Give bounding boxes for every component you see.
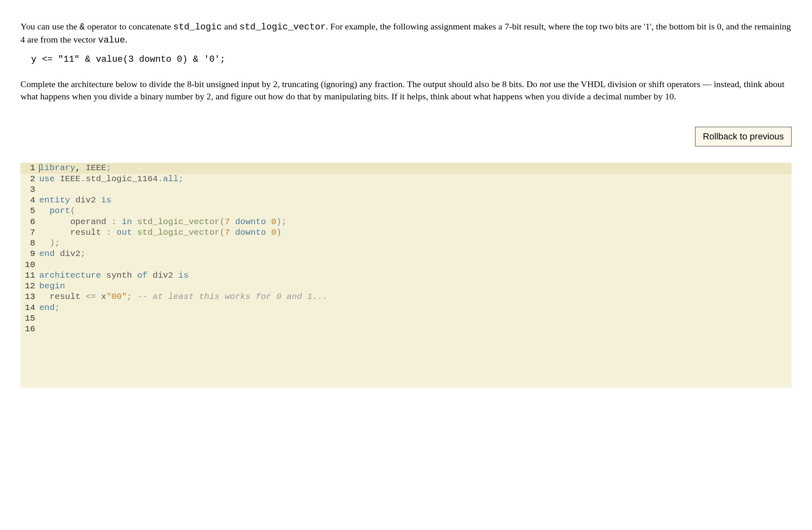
- code-line-content[interactable]: operand : in std_logic_vector(7 downto 0…: [39, 217, 792, 227]
- code-line-content[interactable]: library, IEEE;: [39, 163, 792, 173]
- line-number: 4: [20, 195, 39, 206]
- code-line-content[interactable]: end;: [39, 303, 792, 313]
- editor-line[interactable]: 7 result : out std_logic_vector(7 downto…: [20, 227, 792, 238]
- code-line-content[interactable]: port(: [39, 206, 792, 216]
- line-number: 14: [20, 303, 39, 313]
- inline-code: &: [79, 22, 85, 32]
- line-number: 6: [20, 217, 39, 227]
- text: Complete the architecture below to divid…: [20, 79, 540, 89]
- editor-line[interactable]: 5 port(: [20, 206, 792, 216]
- editor-line[interactable]: 11architecture synth of div2 is: [20, 270, 792, 281]
- inline-code: std_logic_vector: [239, 22, 325, 32]
- line-number: 8: [20, 238, 39, 249]
- editor-line[interactable]: 8 );: [20, 238, 792, 249]
- text: You can use the: [20, 21, 79, 31]
- code-editor[interactable]: 1library, IEEE;2use IEEE.std_logic_1164.…: [20, 163, 792, 388]
- code-line-content[interactable]: begin: [39, 281, 792, 292]
- code-line-content[interactable]: result <= x"00"; -- at least this works …: [39, 292, 792, 302]
- editor-line[interactable]: 6 operand : in std_logic_vector(7 downto…: [20, 217, 792, 227]
- code-example: y <= "11" & value(3 downto 0) & '0';: [31, 54, 792, 66]
- line-number: 13: [20, 292, 39, 302]
- editor-line[interactable]: 16: [20, 324, 792, 335]
- editor-line[interactable]: 4entity div2 is: [20, 195, 792, 206]
- emphasis-text: not: [540, 79, 551, 89]
- line-number: 5: [20, 206, 39, 216]
- code-line-content[interactable]: entity div2 is: [39, 195, 792, 206]
- line-number: 10: [20, 260, 39, 270]
- text: operator to concatenate: [85, 21, 173, 31]
- rollback-button[interactable]: Rollback to previous: [695, 127, 792, 146]
- line-number: 7: [20, 227, 39, 238]
- line-number: 15: [20, 313, 39, 324]
- line-number: 9: [20, 249, 39, 259]
- editor-line[interactable]: 9end div2;: [20, 249, 792, 259]
- editor-line[interactable]: 13 result <= x"00"; -- at least this wor…: [20, 292, 792, 302]
- editor-line[interactable]: 3: [20, 184, 792, 195]
- line-number: 1: [20, 163, 39, 173]
- editor-line[interactable]: 14end;: [20, 303, 792, 313]
- line-number: 12: [20, 281, 39, 292]
- line-number: 16: [20, 324, 39, 335]
- code-line-content[interactable]: architecture synth of div2 is: [39, 270, 792, 281]
- text: .: [125, 34, 128, 45]
- code-line-content[interactable]: );: [39, 238, 792, 249]
- inline-code: std_logic: [173, 22, 222, 32]
- line-number: 3: [20, 184, 39, 195]
- editor-line[interactable]: 12begin: [20, 281, 792, 292]
- line-number: 11: [20, 270, 39, 281]
- editor-line[interactable]: 1library, IEEE;: [20, 163, 792, 173]
- line-number: 2: [20, 174, 39, 184]
- paragraph-2: Complete the architecture below to divid…: [20, 78, 792, 102]
- inline-code: value: [98, 35, 125, 45]
- paragraph-1: You can use the & operator to concatenat…: [20, 20, 792, 46]
- instruction-text: You can use the & operator to concatenat…: [20, 20, 792, 102]
- code-line-content[interactable]: result : out std_logic_vector(7 downto 0…: [39, 227, 792, 238]
- editor-line[interactable]: 2use IEEE.std_logic_1164.all;: [20, 174, 792, 184]
- code-line-content[interactable]: use IEEE.std_logic_1164.all;: [39, 174, 792, 184]
- editor-line[interactable]: 10: [20, 260, 792, 270]
- text: and: [222, 21, 240, 31]
- code-line-content[interactable]: end div2;: [39, 249, 792, 259]
- button-row: Rollback to previous: [20, 127, 792, 146]
- editor-line[interactable]: 15: [20, 313, 792, 324]
